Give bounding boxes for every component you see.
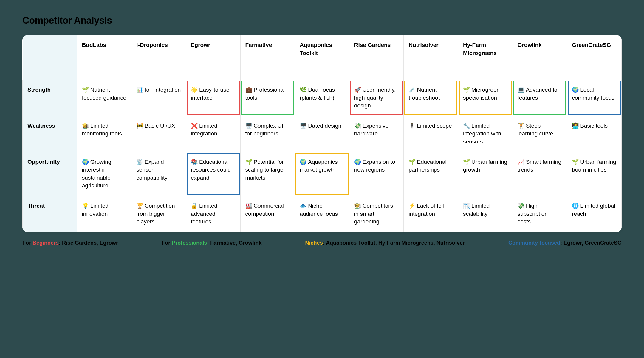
col-header: Nutrisolver [404,35,458,80]
table-cell: 🏭Commercial competition [240,196,295,232]
col-header: Rise Gardens [349,35,404,80]
table-cell: 🧑‍🌾Competitors in smart gardening [349,196,404,232]
table-cell: 👩‍🌾Limited monitoring tools [77,116,131,152]
cell-icon: 🌍 [354,159,361,165]
cell-icon: 🌍 [82,159,89,165]
row-header: Opportunity [23,152,77,196]
cell-text: Basic UI/UX [145,123,175,129]
col-header: BudLabs [77,35,131,80]
table-cell: 📉Limited scalability [458,196,513,232]
legend-item: For Beginners: Rise Gardens, Egrowr [22,240,118,246]
legend-prefix: For [162,240,172,246]
legend-colored: Community-focused [508,240,560,246]
cell-icon: 👩‍🌾 [82,123,89,129]
col-header: Egrowr [186,35,240,80]
table-cell: 🖥️Complex UI for beginners [240,116,295,152]
cell-icon: 🖥️ [245,123,253,129]
col-header: Aquaponics Toolkit [295,35,349,80]
cell-icon: 🌍 [572,87,579,93]
table-row: Threat💡Limited innovation🏆Competition fr… [23,196,622,232]
col-header: Hy-Farm Microgreens [458,35,513,80]
cell-icon: 🧑‍🌾 [354,203,361,209]
table-cell: 💉Nutrient troubleshoot [404,80,458,116]
table-cell: 🌱Potential for scaling to larger markets [240,152,295,196]
cell-text: Limited scope [417,123,452,129]
cell-icon: 🔒 [191,203,198,209]
col-header: i-Droponics [131,35,186,80]
table-cell: 🔒Limited advanced features [186,196,240,232]
table-row: Strength🌱Nutrient-focused guidance📊IoT i… [23,80,622,116]
table-cell: 🌿Dual focus (plants & fish) [295,80,349,116]
row-header: Threat [23,196,77,232]
table-cell: 🌐Limited global reach [567,196,622,232]
table-cell: 🚧Basic UI/UX [131,116,186,152]
table-cell: 💼Professional tools [240,80,295,116]
cell-icon: 💉 [408,87,416,93]
cell-icon: 📡 [136,159,143,165]
cell-icon: 💸 [518,203,525,209]
table-corner [23,35,77,80]
cell-icon: 🐟 [300,203,307,209]
cell-icon: 🏆 [136,203,143,209]
cell-text: IoT integration [145,87,181,93]
table-cell: 🌱Educational partnerships [404,152,458,196]
cell-icon: 🌿 [300,87,307,93]
table-cell: 📚Educational resources could expand [186,152,240,196]
table-cell: 🏋️Steep learning curve [513,116,567,152]
cell-icon: 🚀 [354,87,361,93]
table-cell: 🌱Nutrient-focused guidance [77,80,131,116]
cell-icon: 🖥️ [300,123,307,129]
cell-icon: 🌱 [463,159,470,165]
legend-item: Community-focused: Egrowr, GreenCrateSG [508,240,622,246]
cell-text: Dated design [308,123,341,129]
col-header: GreenCrateSG [567,35,622,80]
table-cell: 🔧Limited integration with sensors [458,116,513,152]
cell-icon: ⚡ [408,203,416,209]
table-cell: 🌍Expansion to new regions [349,152,404,196]
col-header: Growlink [513,35,567,80]
cell-icon: 👩‍💻 [572,123,579,129]
table-cell: 📡Expand sensor compatibility [131,152,186,196]
page-title: Competitor Analysis [22,15,622,26]
cell-icon: 📊 [136,87,143,93]
table-cell: 🚀User-friendly, high-quality design [349,80,404,116]
table-cell: 🌍Local community focus [567,80,622,116]
cell-icon: 🔧 [463,123,470,129]
cell-icon: 💸 [354,123,361,129]
table-cell: 🌱Urban farming boom in cities [567,152,622,196]
table-cell: 💻Advanced IoT features [513,80,567,116]
competitor-table: BudLabsi-DroponicsEgrowrFarmativeAquapon… [22,35,622,232]
legend-item: For Professionals: Farmative, Growlink [162,240,261,246]
table-cell: 🌱Microgreen specialisation [458,80,513,116]
legend-prefix: For [22,240,32,246]
cell-icon: 🌱 [408,159,416,165]
cell-icon: 🌍 [300,159,307,165]
legend: For Beginners: Rise Gardens, EgrowrFor P… [22,240,622,246]
table-cell: 🌍Aquaponics market growth [295,152,349,196]
row-header: Weakness [23,116,77,152]
table-cell: 📈Smart farming trends [513,152,567,196]
cell-text: Basic tools [580,123,608,129]
cell-icon: 🕴️ [408,123,416,129]
legend-suffix: : Egrowr, GreenCrateSG [560,240,622,246]
cell-icon: ❌ [191,123,198,129]
table-row: Weakness👩‍🌾Limited monitoring tools🚧Basi… [23,116,622,152]
table-cell: 🌍Growing interest in sustainable agricul… [77,152,131,196]
table-cell: ❌Limited integration [186,116,240,152]
col-header: Farmative [240,35,295,80]
legend-suffix: : Aquaponics Toolkit, Hy-Farm Microgreen… [323,240,465,246]
cell-icon: 🏋️ [518,123,525,129]
cell-icon: 📈 [518,159,525,165]
table-cell: 📊IoT integration [131,80,186,116]
cell-icon: 🌟 [191,87,198,93]
table-cell: 🖥️Dated design [295,116,349,152]
legend-suffix: : Farmative, Growlink [207,240,261,246]
table-cell: ⚡Lack of IoT integration [404,196,458,232]
table-row: Opportunity🌍Growing interest in sustaina… [23,152,622,196]
legend-item: Niches: Aquaponics Toolkit, Hy-Farm Micr… [305,240,465,246]
cell-icon: 🏭 [245,203,253,209]
legend-colored: Professionals [172,240,207,246]
cell-icon: 💡 [82,203,89,209]
cell-icon: 🚧 [136,123,143,129]
table-cell: 🌟Easy-to-use interface [186,80,240,116]
